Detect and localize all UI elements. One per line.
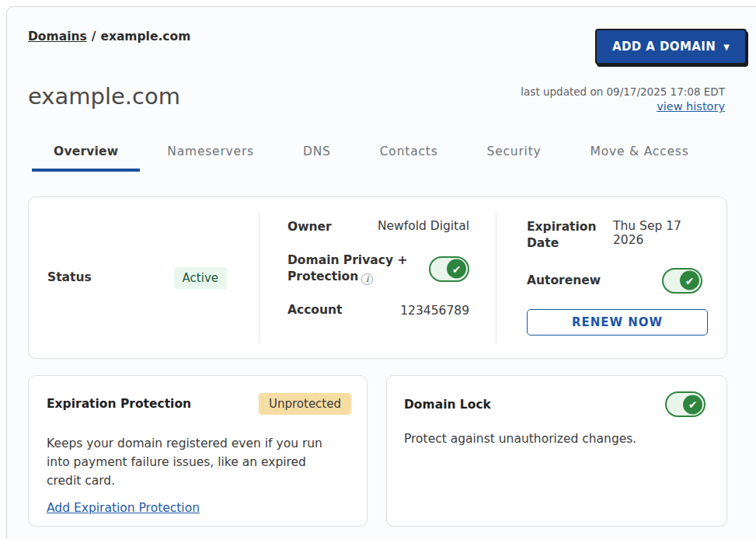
privacy-label: Domain Privacy + Protectioni: [287, 252, 412, 285]
owner-row: Owner Newfold Digital: [287, 219, 469, 235]
owner-value: Newfold Digital: [378, 219, 469, 233]
account-label: Account: [287, 302, 343, 318]
tab-contacts[interactable]: Contacts: [358, 144, 460, 172]
tab-overview[interactable]: Overview: [32, 144, 140, 172]
domain-lock-card: Domain Lock ✔ Protect against unauthoriz…: [386, 375, 727, 527]
expiration-date-label: Expiration Date: [527, 219, 613, 252]
status-section: Status Active: [29, 197, 259, 358]
expiration-protection-title: Expiration Protection: [47, 397, 191, 411]
expiration-row: Expiration Date Thu Sep 17 2026: [527, 219, 705, 252]
chevron-down-icon: ▼: [723, 43, 730, 51]
privacy-toggle[interactable]: ✔: [429, 256, 469, 282]
expiration-date-value: Thu Sep 17 2026: [613, 219, 705, 247]
account-row: Account 123456789: [287, 302, 469, 318]
account-value: 123456789: [400, 304, 469, 318]
breadcrumb-current: example.com: [100, 30, 190, 43]
add-a-domain-label: ADD A DOMAIN: [612, 40, 716, 54]
expiration-protection-header: Expiration Protection Unprotected: [47, 393, 351, 415]
info-icon[interactable]: i: [361, 273, 373, 285]
tab-security[interactable]: Security: [465, 144, 563, 172]
owner-label: Owner: [287, 219, 332, 235]
registration-section: Owner Newfold Digital Domain Privacy + P…: [259, 212, 496, 343]
check-icon: ✔: [683, 395, 702, 414]
status-label: Status: [47, 270, 92, 286]
add-expiration-protection-link[interactable]: Add Expiration Protection: [47, 501, 200, 515]
last-updated-text: last updated on 09/17/2025 17:08 EDT: [521, 85, 725, 98]
breadcrumb-separator: /: [92, 30, 96, 43]
domain-lock-title: Domain Lock: [404, 398, 491, 412]
renew-now-button[interactable]: RENEW NOW: [527, 309, 708, 336]
tab-dns[interactable]: DNS: [281, 144, 353, 172]
check-icon: ✔: [447, 259, 466, 279]
domain-lock-header: Domain Lock ✔: [404, 391, 705, 417]
add-a-domain-button[interactable]: ADD A DOMAIN ▼: [595, 29, 747, 64]
breadcrumb: Domains/example.com: [28, 30, 190, 43]
unprotected-badge: Unprotected: [259, 393, 351, 415]
view-history-link[interactable]: view history: [657, 100, 725, 113]
privacy-row: Domain Privacy + Protectioni ✔: [287, 252, 469, 285]
autorenew-toggle[interactable]: ✔: [662, 268, 702, 294]
domain-overview-card: Status Active Owner Newfold Digital Doma…: [28, 196, 727, 359]
domain-lock-description: Protect against unauthorized changes.: [404, 429, 699, 448]
page-title: example.com: [28, 83, 180, 110]
tab-nameservers[interactable]: Nameservers: [145, 144, 276, 172]
domain-lock-toggle[interactable]: ✔: [665, 391, 705, 417]
tab-bar: Overview Nameservers DNS Contacts Securi…: [32, 144, 716, 172]
check-icon: ✔: [680, 271, 699, 290]
expiration-protection-card: Expiration Protection Unprotected Keeps …: [28, 375, 368, 527]
status-badge: Active: [174, 267, 227, 289]
tab-move-access[interactable]: Move & Access: [569, 144, 711, 172]
autorenew-label: Autorenew: [527, 273, 601, 289]
autorenew-row: Autorenew ✔: [527, 268, 705, 294]
expiration-protection-description: Keeps your domain registered even if you…: [47, 434, 342, 490]
breadcrumb-domains-link[interactable]: Domains: [28, 30, 87, 43]
renewal-section: Expiration Date Thu Sep 17 2026 Autorene…: [496, 197, 726, 358]
